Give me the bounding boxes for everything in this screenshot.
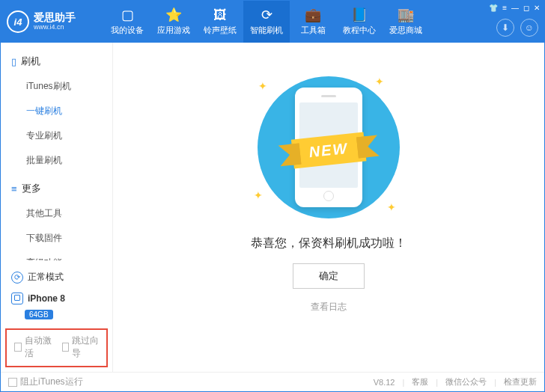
support-link[interactable]: 客服 — [412, 376, 428, 388]
nav-label: 智能刷机 — [250, 25, 283, 36]
sidebar-item[interactable]: iTunes刷机 — [1, 74, 112, 99]
nav-label: 应用游戏 — [157, 25, 190, 36]
skip-guide-checkbox[interactable]: 跳过向导 — [62, 334, 100, 360]
group-title: 刷机 — [21, 55, 40, 68]
sidebar-item[interactable]: 批量刷机 — [1, 148, 112, 173]
nav-item-2[interactable]: 🖼铃声壁纸 — [197, 1, 243, 43]
sparkle-icon: ✦ — [258, 80, 267, 92]
sidebar-group-1[interactable]: ≡更多 — [1, 177, 112, 200]
brand-name: 爱思助手 — [34, 12, 76, 23]
sparkle-icon: ✦ — [254, 189, 263, 201]
sidebar-item[interactable]: 高级功能 — [1, 251, 112, 260]
nav-label: 爱思商城 — [389, 25, 422, 36]
skip-guide-label: 跳过向导 — [72, 334, 99, 360]
nav-item-0[interactable]: ▢我的设备 — [104, 1, 150, 43]
sparkle-icon: ✦ — [387, 201, 396, 213]
sidebar-item[interactable]: 一键刷机 — [1, 99, 112, 123]
device-mode[interactable]: ⟳ 正常模式 — [8, 266, 105, 288]
nav-icon: ▢ — [121, 8, 134, 22]
skin-icon[interactable]: 👕 — [489, 4, 498, 12]
options-row: 自动激活 跳过向导 — [5, 328, 108, 367]
user-button[interactable]: ☺ — [520, 19, 538, 37]
success-message: 恭喜您，保资料刷机成功啦！ — [251, 236, 407, 251]
nav-icon: 📘 — [351, 8, 368, 22]
storage-badge: 64GB — [25, 310, 53, 319]
sidebar-item[interactable]: 其他工具 — [1, 201, 112, 226]
header: i4 爱思助手 www.i4.cn ▢我的设备⭐应用游戏🖼铃声壁纸⟳智能刷机💼工… — [1, 1, 544, 43]
device-name: iPhone 8 — [28, 293, 65, 304]
maximize-icon[interactable]: ◻ — [523, 4, 529, 12]
mode-label: 正常模式 — [28, 271, 64, 284]
checkbox-icon — [62, 343, 70, 352]
sparkle-icon: ✦ — [375, 76, 384, 88]
checkbox-icon — [14, 343, 22, 352]
block-itunes-checkbox[interactable]: 阻止iTunes运行 — [8, 376, 83, 388]
group-icon: ▯ — [11, 56, 16, 67]
nav-label: 教程中心 — [343, 25, 376, 36]
nav-icon: 💼 — [305, 8, 321, 22]
view-log-link[interactable]: 查看日志 — [311, 301, 347, 313]
sidebar-group-0[interactable]: ▯刷机 — [1, 50, 112, 73]
nav-label: 工具箱 — [301, 25, 326, 36]
nav-icon: 🏬 — [398, 8, 414, 22]
nav-label: 铃声壁纸 — [204, 25, 237, 36]
wechat-link[interactable]: 微信公众号 — [445, 376, 487, 388]
nav-item-6[interactable]: 🏬爱思商城 — [383, 1, 429, 43]
version-label: V8.12 — [374, 378, 395, 387]
sidebar-item[interactable]: 下载固件 — [1, 226, 112, 251]
auto-activate-label: 自动激活 — [25, 334, 52, 360]
logo-icon: i4 — [7, 10, 29, 33]
mode-icon: ⟳ — [11, 272, 23, 284]
check-update-link[interactable]: 检查更新 — [504, 376, 537, 388]
nav-icon: ⟳ — [261, 8, 272, 22]
block-itunes-label: 阻止iTunes运行 — [20, 376, 83, 388]
nav-item-4[interactable]: 💼工具箱 — [290, 1, 336, 43]
nav-label: 我的设备 — [111, 25, 144, 36]
sidebar-item[interactable]: 专业刷机 — [1, 123, 112, 148]
phone-icon — [11, 293, 23, 304]
auto-activate-checkbox[interactable]: 自动激活 — [14, 334, 52, 360]
main-content: NEW ✦ ✦ ✦ ✦ 恭喜您，保资料刷机成功啦！ 确定 查看日志 — [113, 43, 544, 372]
minimize-icon[interactable]: — — [511, 4, 519, 12]
window-controls: 👕 ≡ — ◻ ✕ — [489, 4, 540, 12]
ok-button[interactable]: 确定 — [293, 263, 365, 289]
brand-url: www.i4.cn — [34, 24, 76, 31]
nav-item-5[interactable]: 📘教程中心 — [336, 1, 383, 43]
top-nav: ▢我的设备⭐应用游戏🖼铃声壁纸⟳智能刷机💼工具箱📘教程中心🏬爱思商城 — [104, 1, 429, 43]
device-row[interactable]: iPhone 8 — [8, 288, 105, 309]
menu-icon[interactable]: ≡ — [502, 4, 507, 12]
nav-item-1[interactable]: ⭐应用游戏 — [150, 1, 197, 43]
nav-icon: 🖼 — [213, 8, 227, 22]
group-title: 更多 — [22, 182, 41, 195]
logo: i4 爱思助手 www.i4.cn — [7, 10, 104, 33]
nav-icon: ⭐ — [165, 8, 182, 22]
sidebar: ▯刷机iTunes刷机一键刷机专业刷机批量刷机≡更多其他工具下载固件高级功能 ⟳… — [1, 43, 113, 372]
group-icon: ≡ — [11, 183, 17, 195]
close-icon[interactable]: ✕ — [534, 4, 540, 12]
nav-item-3[interactable]: ⟳智能刷机 — [243, 1, 290, 43]
success-illustration: NEW ✦ ✦ ✦ ✦ — [231, 73, 426, 222]
status-bar: 阻止iTunes运行 V8.12 | 客服 | 微信公众号 | 检查更新 — [1, 372, 544, 391]
download-button[interactable]: ⬇ — [496, 19, 514, 37]
checkbox-icon — [8, 378, 17, 387]
